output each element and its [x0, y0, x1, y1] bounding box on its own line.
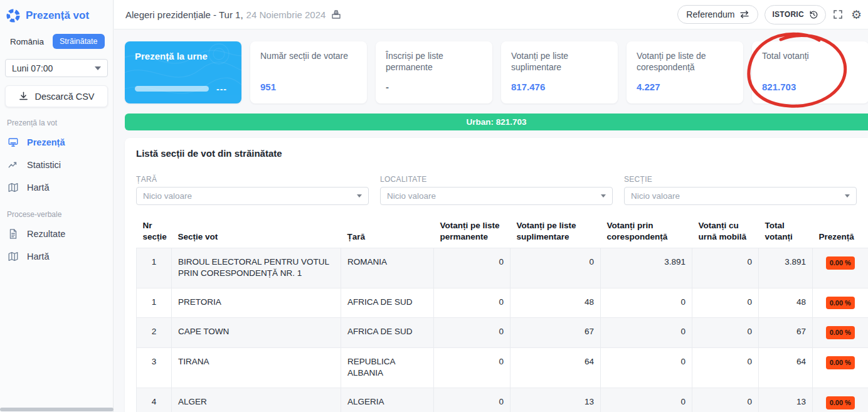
stat-card: Înscriși pe liste permanente- — [376, 41, 492, 103]
table-cell: 0 — [601, 318, 692, 348]
filter-placeholder: Nicio valoare — [387, 191, 436, 201]
table-cell: 0 — [601, 288, 692, 318]
table-cell: TIRANA — [172, 348, 341, 388]
sidebar-section-label: Prezență la vot — [7, 119, 108, 127]
topbar: Alegeri prezidențiale - Tur 1, 24 Noiemb… — [114, 0, 868, 29]
sidebar-item-hartă[interactable]: Hartă — [5, 245, 108, 268]
stat-card-value: 817.476 — [511, 82, 608, 92]
download-icon — [18, 91, 29, 102]
urban-total-label: Urban: 821.703 — [466, 117, 526, 127]
country-tab-străinătate[interactable]: Străinătate — [53, 34, 104, 49]
sidebar-nav: Prezență la votPrezențăStatisticiHartăPr… — [5, 119, 108, 268]
stat-card-value: 4.227 — [637, 82, 733, 92]
chart-icon — [8, 159, 19, 171]
referendum-button[interactable]: Referendum — [677, 5, 758, 24]
column-header: Votanți pe liste permanente — [434, 216, 511, 248]
table-cell: 67 — [511, 318, 601, 348]
table-cell: 0 — [692, 348, 759, 388]
stat-card-title: Număr secții de votare — [260, 51, 357, 62]
table-row[interactable]: 3TIRANAREPUBLICA ALBANIA06400640.00 % — [137, 348, 868, 388]
settings-gear-icon[interactable]: ⚙ — [851, 8, 862, 22]
country-tab-românia[interactable]: România — [6, 34, 48, 49]
table-cell: BIROUL ELECTORAL PENTRU VOTUL PRIN CORES… — [172, 248, 341, 288]
stat-card: Total votanți821.703 — [752, 41, 868, 103]
table-cell: 0 — [601, 348, 692, 388]
app-root: Prezență vot RomâniaStrăinătate Luni 07:… — [0, 0, 868, 412]
history-icon — [809, 10, 818, 19]
download-csv-button[interactable]: Descarcă CSV — [5, 85, 108, 107]
table-row[interactable]: 2CAPE TOWNAFRICA DE SUD06700670.00 % — [137, 318, 868, 348]
sidebar-item-label: Hartă — [27, 251, 49, 261]
stat-card: Număr secții de votare951 — [250, 41, 367, 103]
table-cell: 48 — [511, 288, 601, 318]
content: Prezență la urne---Număr secții de votar… — [114, 29, 868, 412]
table-cell: 0 — [434, 348, 511, 388]
table-cell: 64 — [759, 348, 813, 388]
table-cell: 0 — [692, 318, 759, 348]
time-select-value: Luni 07:00 — [12, 63, 53, 73]
table-cell: 64 — [511, 348, 601, 388]
column-header: Nr secție — [137, 216, 172, 248]
polling-stations-table: Nr secțieSecție votȚarăVotanți pe liste … — [136, 216, 868, 412]
table-cell: 0.00 % — [813, 348, 868, 388]
filter-select-secție[interactable]: Nicio valoare — [624, 187, 857, 205]
turnout-progress-value: --- — [216, 84, 227, 94]
column-header: Votanți cu urnă mobilă — [692, 216, 759, 248]
election-date: 24 Noiembrie 2024 — [246, 9, 326, 20]
pinwheel-logo-icon — [6, 9, 20, 23]
fullscreen-icon[interactable] — [832, 9, 844, 20]
table-section-title: Listă secții de vot din străinătate — [136, 148, 868, 159]
sidebar-item-rezultate[interactable]: Rezultate — [5, 223, 108, 245]
app-logo: Prezență vot — [6, 9, 108, 23]
sidebar-item-hartă[interactable]: Hartă — [5, 176, 108, 199]
table-row[interactable]: 1PRETORIAAFRICA DE SUD04800480.00 % — [137, 288, 868, 318]
urban-total-bar: Urban: 821.703 — [125, 114, 868, 130]
stat-card-highlight[interactable]: Prezență la urne--- — [125, 41, 241, 103]
filter-select-țară[interactable]: Nicio valoare — [136, 187, 369, 205]
filter-localitate: LOCALITATENicio valoare — [380, 175, 613, 205]
swap-arrows-icon — [739, 10, 749, 19]
table-row[interactable]: 1BIROUL ELECTORAL PENTRU VOTUL PRIN CORE… — [137, 248, 868, 288]
election-title: Alegeri prezidențiale - Tur 1, — [125, 9, 243, 20]
horizontal-scrollbar[interactable] — [0, 408, 114, 411]
table-cell: 0 — [692, 388, 759, 412]
table-row[interactable]: 4ALGERALGERIA01300130.00 % — [137, 388, 868, 412]
main-area: Alegeri prezidențiale - Tur 1, 24 Noiemb… — [114, 0, 868, 412]
sidebar-item-prezență[interactable]: Prezență — [5, 131, 108, 154]
stat-card: Votanți pe liste suplimentare817.476 — [501, 41, 618, 103]
time-select[interactable]: Luni 07:00 — [5, 59, 108, 77]
table-cell: 0 — [692, 288, 759, 318]
filter-placeholder: Nicio valoare — [143, 191, 192, 201]
filter-label: SECȚIE — [624, 175, 857, 184]
table-cell: 0 — [511, 248, 601, 288]
filter-secție: SECȚIENicio valoare — [624, 175, 857, 205]
filters-row: ȚARĂNicio valoareLOCALITATENicio valoare… — [136, 175, 857, 205]
filter-label: LOCALITATE — [380, 175, 613, 184]
table-cell: 0 — [434, 288, 511, 318]
turnout-progress-bar — [135, 86, 209, 92]
table-cell: 0.00 % — [813, 248, 868, 288]
istoric-button[interactable]: ISTORIC — [765, 5, 826, 24]
table-cell: 13 — [511, 388, 601, 412]
filter-țară: ȚARĂNicio valoare — [136, 175, 369, 205]
document-icon — [8, 228, 19, 240]
stat-card-value: - — [386, 82, 482, 92]
table-cell: 3.891 — [759, 248, 813, 288]
chevron-down-icon — [95, 66, 101, 70]
table-cell: 4 — [137, 388, 172, 412]
topbar-actions: Referendum ISTORIC ⚙ — [677, 5, 862, 24]
sections-panel: Listă secții de vot din străinătate ȚARĂ… — [125, 138, 868, 412]
table-cell: 0.00 % — [813, 318, 868, 348]
sidebar-item-label: Rezultate — [27, 229, 65, 239]
stat-card-value: 821.703 — [762, 82, 859, 92]
stat-card: Votanți pe liste de corespondență4.227 — [627, 41, 743, 103]
filter-label: ȚARĂ — [136, 175, 369, 184]
sidebar-item-label: Statistici — [27, 160, 61, 170]
column-header: Total votanți — [759, 216, 813, 248]
chevron-down-icon — [357, 194, 362, 198]
stat-card-title: Total votanți — [762, 51, 859, 62]
istoric-label: ISTORIC — [772, 10, 804, 19]
table-header-row: Nr secțieSecție votȚarăVotanți pe liste … — [137, 216, 868, 248]
sidebar-item-statistici[interactable]: Statistici — [5, 154, 108, 176]
filter-select-localitate[interactable]: Nicio valoare — [380, 187, 613, 205]
